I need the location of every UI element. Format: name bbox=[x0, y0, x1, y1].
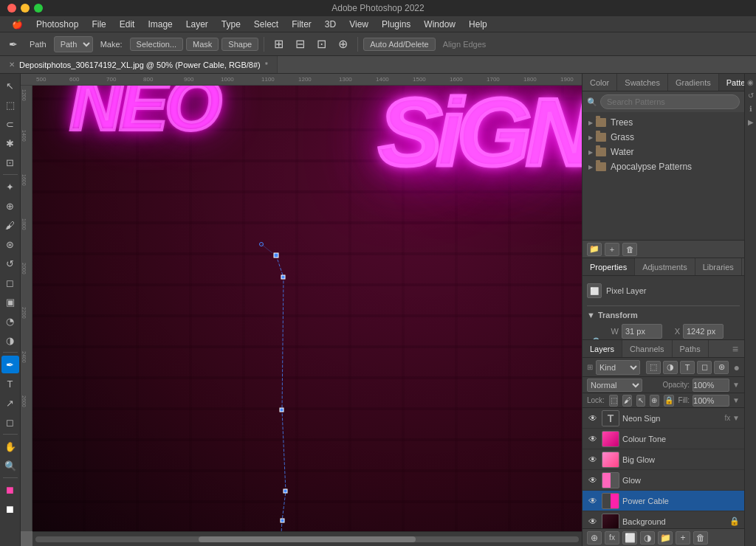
layer-visibility-neon-sign[interactable]: 👁 bbox=[587, 413, 599, 424]
history-icon[interactable]: ↺ bbox=[746, 90, 756, 100]
fullscreen-button[interactable] bbox=[34, 4, 43, 13]
tab-properties[interactable]: Properties bbox=[583, 258, 635, 275]
nav-icon[interactable]: ◉ bbox=[746, 77, 756, 87]
layer-item-glow[interactable]: 👁 Glow bbox=[583, 470, 744, 491]
layers-nav-btn[interactable]: ⊕ bbox=[587, 531, 602, 545]
layer-visibility-background[interactable]: 👁 bbox=[587, 516, 599, 527]
shape-tool[interactable]: ◻ bbox=[1, 413, 19, 431]
layer-item-neon-sign[interactable]: 👁 T Neon Sign fx ▼ bbox=[583, 408, 744, 429]
kind-select[interactable]: Kind bbox=[596, 360, 640, 375]
path-select-tool[interactable]: ↗ bbox=[1, 394, 19, 412]
horizontal-scrollbar[interactable] bbox=[32, 531, 582, 546]
path-ops-icon[interactable]: ⊞ bbox=[269, 35, 288, 52]
tab-patterns[interactable]: Patterns bbox=[719, 74, 744, 91]
pattern-new-group-btn[interactable]: 📁 bbox=[587, 243, 602, 256]
minimize-button[interactable] bbox=[21, 4, 30, 13]
brush-tool[interactable]: 🖌 bbox=[1, 216, 19, 234]
pattern-new-btn[interactable]: + bbox=[605, 243, 619, 256]
layers-new-fill-btn[interactable]: ◑ bbox=[640, 531, 655, 545]
document-tab[interactable]: ✕ Depositphotos_306174192_XL.jpg @ 50% (… bbox=[0, 56, 278, 73]
filter-type-btn[interactable]: T bbox=[680, 361, 695, 374]
menu-plugins[interactable]: Plugins bbox=[376, 18, 416, 31]
tab-libraries[interactable]: Libraries bbox=[695, 258, 742, 275]
tab-channels[interactable]: Channels bbox=[622, 340, 672, 357]
x-input[interactable] bbox=[683, 324, 724, 339]
hand-tool[interactable]: ✋ bbox=[1, 438, 19, 455]
blur-tool[interactable]: ◔ bbox=[1, 312, 19, 330]
tab-gradients[interactable]: Gradients bbox=[668, 74, 719, 91]
menu-help[interactable]: Help bbox=[463, 18, 493, 31]
lasso-tool[interactable]: ⊂ bbox=[1, 115, 19, 133]
menu-type[interactable]: Type bbox=[216, 18, 247, 31]
close-button[interactable] bbox=[7, 4, 16, 13]
menu-image[interactable]: Image bbox=[142, 18, 178, 31]
menu-apple[interactable]: 🍎 bbox=[6, 18, 29, 31]
pen-tool[interactable]: ✒ bbox=[1, 356, 19, 373]
auto-add-delete-button[interactable]: Auto Add/Delete bbox=[363, 38, 436, 51]
transform-collapse-icon[interactable]: ▼ bbox=[587, 311, 595, 319]
filter-smart-btn[interactable]: ⊛ bbox=[714, 361, 729, 374]
scroll-track[interactable] bbox=[35, 536, 579, 542]
layer-item-background[interactable]: 👁 Background 🔒 bbox=[583, 511, 744, 528]
spot-heal-tool[interactable]: ⊕ bbox=[1, 197, 19, 215]
filter-adj-btn[interactable]: ◑ bbox=[663, 361, 678, 374]
menu-select[interactable]: Select bbox=[248, 18, 284, 31]
menu-3d[interactable]: 3D bbox=[319, 18, 342, 31]
quick-select-tool[interactable]: ✱ bbox=[1, 134, 19, 152]
menu-filter[interactable]: Filter bbox=[286, 18, 317, 31]
menu-layer[interactable]: Layer bbox=[180, 18, 214, 31]
filter-pixel-btn[interactable]: ⬚ bbox=[646, 361, 661, 374]
layers-new-btn[interactable]: + bbox=[676, 531, 690, 545]
layer-visibility-glow[interactable]: 👁 bbox=[587, 475, 599, 485]
tab-adjustments[interactable]: Adjustments bbox=[635, 258, 695, 275]
tab-close-icon[interactable]: ✕ bbox=[9, 61, 15, 69]
pattern-folder-apocalypse[interactable]: ▶ Apocalypse Patterns bbox=[583, 159, 744, 174]
lock-pixels-btn[interactable]: 🖌 bbox=[622, 395, 631, 407]
path-prop-icon[interactable]: ⊕ bbox=[334, 35, 352, 52]
lock-position-btn[interactable]: ↖ bbox=[636, 395, 645, 407]
layer-visibility-big-glow[interactable]: 👁 bbox=[587, 455, 599, 465]
fill-dropdown-icon[interactable]: ▼ bbox=[732, 396, 740, 404]
layer-visibility-power-cable[interactable]: 👁 bbox=[587, 496, 599, 506]
eraser-tool[interactable]: ◻ bbox=[1, 274, 19, 291]
path-arrange-icon[interactable]: ⊡ bbox=[312, 35, 331, 52]
text-tool[interactable]: T bbox=[1, 375, 19, 393]
marquee-tool[interactable]: ⬚ bbox=[1, 96, 19, 114]
layers-group-btn[interactable]: 📁 bbox=[658, 531, 673, 545]
filter-toggle[interactable]: ● bbox=[734, 362, 740, 373]
eyedropper-tool[interactable]: ✦ bbox=[1, 178, 19, 196]
pattern-folder-trees[interactable]: ▶ Trees bbox=[583, 115, 744, 130]
crop-tool[interactable]: ⊡ bbox=[1, 153, 19, 171]
layers-delete-btn[interactable]: 🗑 bbox=[693, 531, 708, 545]
history-brush-tool[interactable]: ↺ bbox=[1, 255, 19, 272]
mask-button[interactable]: Mask bbox=[186, 38, 219, 51]
menu-edit[interactable]: Edit bbox=[114, 18, 141, 31]
lock-all-btn[interactable]: 🔒 bbox=[664, 395, 674, 407]
scroll-thumb[interactable] bbox=[199, 536, 416, 542]
menu-photoshop[interactable]: Photoshop bbox=[30, 18, 84, 31]
layer-item-colour-tone[interactable]: 👁 Colour Tone bbox=[583, 429, 744, 449]
background-color[interactable]: ■ bbox=[1, 500, 19, 518]
layer-fx-neon-sign[interactable]: fx ▼ bbox=[725, 414, 740, 422]
layer-item-big-glow[interactable]: 👁 Big Glow bbox=[583, 449, 744, 470]
shape-button[interactable]: Shape bbox=[221, 38, 258, 51]
info-icon[interactable]: ℹ bbox=[746, 103, 756, 114]
foreground-color[interactable]: ■ bbox=[1, 481, 19, 499]
pattern-delete-btn[interactable]: 🗑 bbox=[622, 243, 637, 256]
selection-button[interactable]: Selection... bbox=[130, 38, 183, 51]
clone-tool[interactable]: ⊛ bbox=[1, 235, 19, 253]
layers-fx-btn[interactable]: fx bbox=[605, 531, 619, 545]
layers-menu-icon[interactable]: ≡ bbox=[726, 340, 744, 357]
move-tool[interactable]: ↖ bbox=[1, 77, 19, 94]
pattern-folder-grass[interactable]: ▶ Grass bbox=[583, 130, 744, 145]
canvas-container[interactable]: SiGN NEO bbox=[32, 86, 582, 531]
layer-item-power-cable[interactable]: 👁 Power Cable bbox=[583, 491, 744, 511]
tab-color[interactable]: Color bbox=[583, 74, 617, 91]
opacity-input[interactable] bbox=[693, 379, 729, 392]
pattern-folder-water[interactable]: ▶ Water bbox=[583, 145, 744, 159]
width-input[interactable] bbox=[622, 324, 662, 339]
menu-view[interactable]: View bbox=[343, 18, 374, 31]
layer-visibility-colour-tone[interactable]: 👁 bbox=[587, 434, 599, 444]
fill-input[interactable] bbox=[693, 395, 729, 407]
menu-file[interactable]: File bbox=[86, 18, 111, 31]
